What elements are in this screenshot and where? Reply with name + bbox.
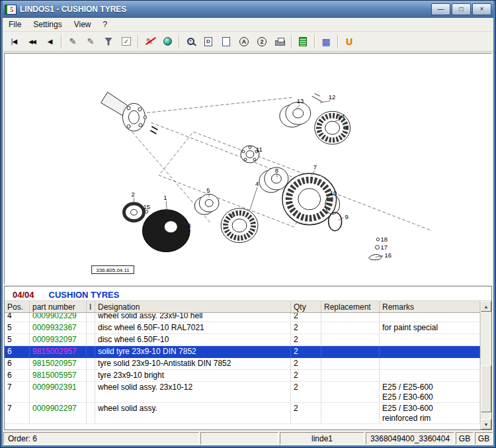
cell-remarks: for paint special — [380, 322, 480, 334]
cell-part-number: 0009902297 — [30, 403, 87, 424]
parts-table-body: 4 0009902329 wheel solid assy. 23x9-10 h… — [5, 313, 480, 429]
callout[interactable]: 14 — [338, 112, 345, 120]
menu-view[interactable]: View — [68, 18, 97, 31]
column-header-remarks[interactable]: Remarks — [380, 301, 480, 312]
toolbar-go-previous-fast-button[interactable]: ◀◀ — [23, 34, 40, 50]
toolbar-circled-a-button[interactable]: A — [235, 34, 253, 50]
toolbar-go-first-button[interactable]: |◀ — [5, 34, 22, 50]
window-title: LINDOS1 - CUSHION TYRES — [20, 5, 428, 14]
window-controls: — □ × — [431, 3, 491, 15]
statusbar: Order: 6 linde1 3368049400_3360404 GB GB — [3, 431, 493, 445]
callout[interactable]: 13 — [297, 97, 304, 105]
cell-remarks — [380, 334, 480, 345]
column-header-i[interactable]: I — [87, 301, 95, 312]
menu-help[interactable]: ? — [97, 18, 114, 31]
cell-remarks — [380, 346, 480, 357]
status-order: Order: 6 — [3, 432, 199, 445]
callout[interactable]: 5 — [206, 187, 210, 194]
toolbar-no-edit-button[interactable]: ✎ — [141, 34, 158, 50]
close-icon: × — [480, 6, 484, 13]
table-row[interactable]: 6 9815005957 tyre 23x9-10 bright 2 — [5, 370, 480, 382]
toolbar-validate-button[interactable]: ✓ — [118, 34, 135, 50]
close-button[interactable]: × — [472, 3, 491, 15]
table-row[interactable]: 6 9815020957 tyre solid 23x9-10-Antistat… — [5, 358, 480, 370]
scroll-up-button[interactable]: ▲ — [481, 301, 491, 312]
edit-document-icon: ✎ — [69, 36, 77, 46]
vertical-scrollbar: ▲ ▼ — [480, 301, 491, 429]
status-language-right: GB — [475, 432, 493, 445]
table-row[interactable]: 4 0009902329 wheel solid assy. 23x9-10 h… — [5, 313, 480, 322]
cell-designation: wheel solid assy. 23x9-10 hell — [95, 313, 291, 322]
filter-funnel-icon — [104, 38, 112, 46]
cell-pos: 6 — [5, 346, 30, 357]
zoom-magnifier-icon: + — [187, 38, 194, 45]
menu-settings[interactable]: Settings — [27, 18, 67, 31]
menubar: File Settings View ? — [3, 18, 493, 32]
toolbar-separator — [314, 35, 315, 48]
table-row[interactable]: 5 0009932097 disc wheel 6.50F-10 2 — [5, 334, 480, 346]
table-row[interactable]: 7 0009902391 wheel solid assy. 23x10-12 … — [5, 382, 480, 403]
callout[interactable]: 10 — [330, 189, 337, 197]
toolbar-circled-2-button[interactable]: 2 — [253, 34, 270, 50]
toolbar-separator — [291, 35, 292, 48]
table-row[interactable]: 5 0009932367 disc wheel 6.50F-10 RAL7021… — [5, 322, 480, 334]
callout[interactable]: 2 — [131, 191, 134, 198]
app-logo-text: 5 — [10, 5, 14, 13]
cell-remarks — [380, 313, 480, 322]
toolbar-page-blank-button[interactable] — [218, 34, 235, 50]
toolbar-copy-document-button[interactable]: ✎ — [82, 34, 99, 50]
column-header-replacement[interactable]: Replacement — [321, 301, 380, 312]
scroll-down-button[interactable]: ▼ — [481, 419, 491, 429]
callout[interactable]: 7 — [313, 163, 317, 171]
cell-i — [87, 370, 95, 381]
minimize-button[interactable]: — — [431, 3, 450, 15]
toolbar-letter-u-button[interactable]: U — [341, 34, 358, 50]
callout[interactable]: 4 — [255, 180, 259, 187]
toolbar-pixel-grid-button[interactable]: ▦ — [317, 34, 335, 50]
callout[interactable]: 1 — [163, 194, 167, 201]
callout[interactable]: 6 — [230, 212, 233, 219]
toolbar-zoom-button[interactable]: + — [182, 34, 199, 50]
toolbar-separator — [179, 35, 179, 48]
cell-i — [87, 334, 95, 345]
callout[interactable]: 15 — [143, 203, 150, 210]
column-header-pos[interactable]: Pos. — [5, 301, 30, 312]
cell-i — [87, 403, 95, 424]
validate-check-icon: ✓ — [122, 37, 131, 46]
toolbar-green-list-button[interactable] — [294, 34, 311, 50]
parts-table: Pos. part number I Designation Qty Repla… — [5, 301, 480, 429]
callout[interactable]: 16 — [384, 251, 392, 259]
toolbar-filter-button[interactable] — [100, 34, 117, 50]
status-language-left-text: GB — [459, 434, 470, 443]
menu-file[interactable]: File — [3, 18, 27, 31]
scrollbar-thumb[interactable] — [481, 365, 491, 412]
callout[interactable]: 3 — [187, 222, 190, 229]
toolbar-page-d-button[interactable]: D — [200, 34, 217, 50]
callout[interactable]: 11 — [256, 146, 263, 153]
callout[interactable]: 8 — [275, 167, 278, 174]
toolbar-separator — [61, 35, 62, 48]
callout[interactable]: 9 — [345, 213, 349, 220]
callout[interactable]: 12 — [329, 93, 336, 101]
callout[interactable]: 18 — [380, 236, 388, 243]
scrollbar-track[interactable] — [481, 312, 491, 419]
table-row[interactable]: 7 0009902297 wheel solid assy. 2 E25 / E… — [5, 403, 480, 424]
status-order-text: Order: 6 — [8, 434, 37, 443]
toolbar-edit-document-button[interactable]: ✎ — [64, 34, 81, 50]
maximize-button[interactable]: □ — [452, 3, 471, 15]
figure-number: 336.805.04.11 — [96, 267, 130, 273]
cell-part-number: 9815002957 — [30, 346, 87, 357]
cell-pos: 7 — [5, 382, 30, 402]
toolbar-go-previous-button[interactable]: ◀ — [41, 34, 58, 50]
toolbar-print-button[interactable] — [271, 34, 288, 50]
toolbar-globe-button[interactable] — [159, 34, 176, 50]
status-spacer — [200, 432, 278, 445]
table-row-selected[interactable]: 6 9815002957 solid tyre 23x9-10 DIN 7852… — [5, 346, 480, 358]
page-number: 04/04 — [13, 290, 34, 300]
cell-qty: 2 — [291, 322, 321, 334]
status-language-left: GB — [456, 432, 474, 445]
column-header-qty[interactable]: Qty — [291, 301, 321, 312]
column-header-part-number[interactable]: part number — [30, 301, 87, 312]
column-header-designation[interactable]: Designation — [95, 301, 291, 312]
callout[interactable]: 17 — [380, 244, 388, 251]
